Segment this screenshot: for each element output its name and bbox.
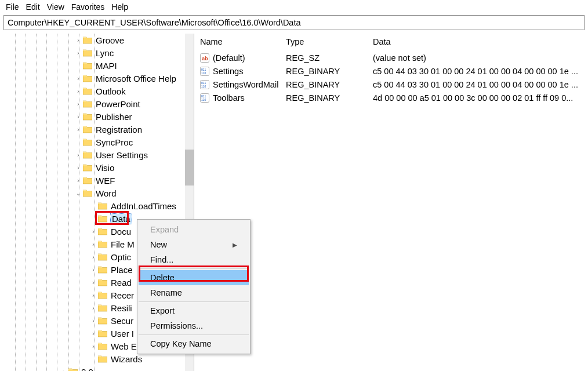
ctx-export[interactable]: Export <box>139 303 249 318</box>
tree-item[interactable]: ›PowerPoint <box>0 97 194 110</box>
tree-item[interactable]: ›WEF <box>0 174 194 187</box>
chevron-right-icon[interactable]: › <box>90 317 97 324</box>
ctx-new[interactable]: New ▶ <box>139 237 249 252</box>
chevron-right-icon[interactable]: › <box>75 49 82 56</box>
tree-item-label: WEF <box>96 176 115 186</box>
tree-item-label: Docu <box>111 227 131 237</box>
value-name-cell: 011110Toolbars <box>194 93 280 103</box>
tree-item[interactable]: MAPI <box>0 59 194 72</box>
chevron-right-icon[interactable]: › <box>75 126 82 133</box>
tree-item-label: Lync <box>96 48 114 58</box>
tree-item[interactable]: Wizards <box>0 352 194 365</box>
chevron-right-icon[interactable]: › <box>90 304 97 311</box>
tree-item[interactable]: AddInLoadTimes <box>0 199 194 212</box>
chevron-none <box>75 62 82 69</box>
folder-icon <box>83 87 92 95</box>
folder-icon <box>98 355 107 363</box>
tree-item-label: Place <box>111 265 133 275</box>
chevron-right-icon[interactable]: › <box>90 228 97 235</box>
folder-icon <box>83 125 92 133</box>
chevron-none <box>75 139 82 146</box>
chevron-right-icon[interactable]: › <box>90 279 97 286</box>
chevron-none <box>90 355 97 362</box>
separator <box>139 268 249 269</box>
menu-view[interactable]: View <box>47 2 64 12</box>
chevron-right-icon[interactable]: › <box>75 37 82 43</box>
chevron-right-icon[interactable]: › <box>60 368 67 371</box>
column-headers: Name Type Data <box>194 34 588 51</box>
folder-icon <box>98 227 107 235</box>
chevron-right-icon[interactable]: › <box>75 177 82 184</box>
tree-item[interactable]: ⌄Word <box>0 187 194 199</box>
tree-item[interactable]: ›Registration <box>0 123 194 136</box>
column-name[interactable]: Name <box>194 36 280 48</box>
scrollbar-thumb[interactable] <box>185 150 194 186</box>
chevron-none <box>90 215 97 222</box>
tree-item[interactable]: ›Visio <box>0 161 194 174</box>
chevron-right-icon[interactable]: › <box>90 266 97 273</box>
ctx-rename[interactable]: Rename <box>139 285 249 300</box>
chevron-right-icon[interactable]: › <box>90 292 97 299</box>
chevron-right-icon[interactable]: › <box>90 241 97 248</box>
column-type[interactable]: Type <box>280 36 367 48</box>
value-row[interactable]: 011110SettingsREG_BINARYc5 00 44 03 30 0… <box>194 64 588 78</box>
menu-file[interactable]: File <box>6 2 19 12</box>
ctx-permissions[interactable]: Permissions... <box>139 318 249 333</box>
ctx-find[interactable]: Find... <box>139 252 249 267</box>
ctx-expand[interactable]: Expand <box>139 222 249 237</box>
tree-item[interactable]: ›Groove <box>0 34 194 46</box>
value-row[interactable]: 011110ToolbarsREG_BINARY4d 00 00 00 a5 0… <box>194 91 588 104</box>
value-type-cell: REG_SZ <box>280 53 367 63</box>
ctx-delete[interactable]: Delete <box>139 270 249 285</box>
tree-item-label: Resili <box>111 303 132 313</box>
menu-help[interactable]: Help <box>111 2 128 12</box>
tree-item-label: PowerPoint <box>96 99 140 109</box>
chevron-right-icon[interactable]: › <box>75 75 82 82</box>
folder-icon <box>83 138 92 146</box>
tree-item[interactable]: ›8.0 <box>0 365 194 371</box>
chevron-down-icon[interactable]: ⌄ <box>75 190 82 197</box>
folder-icon <box>83 100 92 108</box>
chevron-right-icon[interactable]: › <box>75 113 82 120</box>
folder-icon <box>98 265 107 274</box>
tree-item-label: Outlook <box>96 86 126 96</box>
chevron-right-icon[interactable]: › <box>90 330 97 337</box>
chevron-right-icon[interactable]: › <box>90 343 97 350</box>
value-data-cell: 4d 00 00 00 a5 01 00 00 3c 00 00 00 02 0… <box>367 93 588 103</box>
tree-item[interactable]: SyncProc <box>0 136 194 148</box>
folder-icon <box>98 329 107 337</box>
chevron-right-icon[interactable]: › <box>75 151 82 158</box>
value-data-cell: c5 00 44 03 30 01 00 00 24 01 00 00 04 0… <box>367 67 588 76</box>
tree-item[interactable]: ›Lync <box>0 46 194 59</box>
ctx-copy-key-name[interactable]: Copy Key Name <box>139 336 249 351</box>
svg-text:ab: ab <box>202 56 208 61</box>
tree-item-label: Word <box>96 188 117 198</box>
tree-item[interactable]: ›Microsoft Office Help <box>0 72 194 85</box>
folder-icon <box>98 342 107 350</box>
reg-binary-icon: 011110 <box>200 80 209 89</box>
separator <box>139 334 249 335</box>
tree-item[interactable]: ›Outlook <box>0 85 194 97</box>
value-type-cell: REG_BINARY <box>280 80 367 89</box>
menu-edit[interactable]: Edit <box>26 2 40 12</box>
folder-icon <box>83 49 92 57</box>
address-bar[interactable]: Computer\HKEY_CURRENT_USER\Software\Micr… <box>3 15 585 30</box>
tree-item-label: Registration <box>96 125 142 134</box>
svg-text:110: 110 <box>201 71 206 75</box>
value-name-cell: 011110Settings <box>194 67 280 76</box>
chevron-right-icon[interactable]: › <box>75 100 82 107</box>
tree-item-label: 8.0 <box>81 367 93 372</box>
column-data[interactable]: Data <box>367 36 588 48</box>
value-row[interactable]: 011110SettingsWordMailREG_BINARYc5 00 44… <box>194 78 588 91</box>
chevron-right-icon[interactable]: › <box>75 164 82 171</box>
chevron-right-icon[interactable]: › <box>90 253 97 260</box>
tree-item-label: File M <box>111 239 135 249</box>
value-row[interactable]: ab(Default)REG_SZ(value not set) <box>194 51 588 64</box>
tree-item-label: Recer <box>111 290 134 300</box>
tree-item[interactable]: ›Publisher <box>0 110 194 123</box>
folder-icon <box>83 36 92 44</box>
tree-item[interactable]: ›User Settings <box>0 148 194 161</box>
chevron-right-icon[interactable]: › <box>75 88 82 94</box>
menu-favorites[interactable]: Favorites <box>71 2 105 12</box>
folder-icon <box>98 202 107 210</box>
